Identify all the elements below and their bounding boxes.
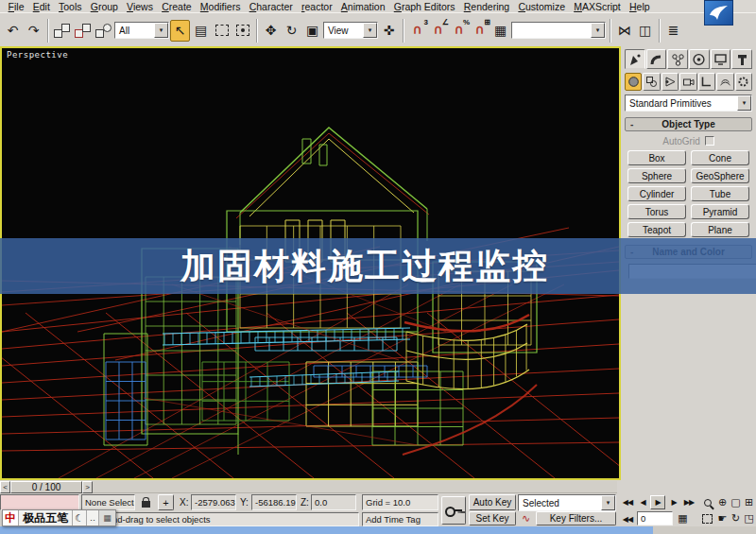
menu-maxscript[interactable]: MAXScript	[570, 1, 626, 12]
play-icon[interactable]: ▶	[650, 495, 665, 509]
menu-rendering[interactable]: Rendering	[459, 1, 514, 12]
ime-fullhalf-moon-icon[interactable]: ☾	[73, 510, 87, 525]
pyramid-button[interactable]: Pyramid	[691, 204, 749, 219]
dropdown-arrow-icon[interactable]: ▾	[737, 95, 751, 111]
selection-lock-icon[interactable]	[138, 495, 154, 509]
selection-filter-dropdown[interactable]: All ▾	[114, 22, 169, 39]
select-and-scale-icon[interactable]: ▣	[302, 20, 322, 42]
redo-icon[interactable]: ↷	[24, 20, 43, 42]
x-coordinate-field[interactable]: -2579.063	[191, 494, 236, 510]
menu-file[interactable]: File	[4, 1, 28, 12]
undo-icon[interactable]: ↶	[3, 20, 23, 42]
cameras-icon[interactable]	[679, 73, 696, 91]
time-slider-next-icon[interactable]: >	[82, 481, 93, 493]
y-coordinate-field[interactable]: -56186.19	[251, 494, 297, 510]
box-button[interactable]: Box	[627, 150, 686, 165]
rectangular-selection-region-icon[interactable]	[212, 20, 232, 42]
cone-button[interactable]: Cone	[691, 150, 749, 165]
key-filters-button[interactable]: Key Filters...	[536, 511, 616, 525]
dropdown-arrow-icon[interactable]: ▾	[154, 23, 168, 38]
edit-named-selections-icon[interactable]: ▦	[490, 20, 510, 42]
select-and-link-icon[interactable]	[52, 20, 72, 42]
menu-modifiers[interactable]: Modifiers	[196, 1, 245, 12]
window-crossing-icon[interactable]	[232, 20, 252, 42]
select-and-rotate-icon[interactable]: ↻	[282, 20, 301, 42]
bird-logo-icon[interactable]	[704, 0, 733, 26]
lights-icon[interactable]	[662, 73, 679, 91]
named-selection-dropdown[interactable]: ▾	[511, 22, 606, 39]
ime-softkeyboard-icon[interactable]: ▦	[99, 510, 115, 525]
select-by-name-icon[interactable]: ▤	[191, 20, 211, 42]
z-coordinate-field[interactable]: 0.0	[311, 494, 356, 510]
dropdown-arrow-icon[interactable]: ▾	[363, 23, 377, 38]
angle-snap-icon[interactable]: ∪∠	[428, 20, 448, 42]
create-tab-icon[interactable]	[625, 49, 645, 69]
mirror-icon[interactable]: ⋈	[614, 20, 634, 42]
maximize-viewport-icon[interactable]: ◳	[741, 511, 756, 525]
menu-create[interactable]: Create	[158, 1, 197, 12]
object-type-rollout-header[interactable]: - Object Type	[625, 117, 752, 131]
display-tab-icon[interactable]	[711, 49, 731, 69]
absolute-mode-icon[interactable]: +	[158, 494, 174, 510]
select-object-icon[interactable]: ↖	[170, 20, 190, 42]
tube-button[interactable]: Tube	[691, 186, 749, 201]
next-frame-icon[interactable]: ▶	[666, 495, 681, 509]
dropdown-arrow-icon[interactable]: ▾	[591, 23, 605, 38]
teapot-button[interactable]: Teapot	[627, 222, 686, 237]
reference-coordsys-dropdown[interactable]: View ▾	[323, 22, 378, 39]
spinner-snap-icon[interactable]: ∪⊞	[470, 20, 490, 42]
plane-button[interactable]: Plane	[691, 222, 749, 237]
autogrid-checkbox[interactable]	[705, 136, 714, 146]
time-slider-handle[interactable]: 0 / 100	[10, 481, 82, 493]
sphere-button[interactable]: Sphere	[627, 168, 686, 183]
space-warps-icon[interactable]	[716, 73, 733, 91]
time-slider-prev-icon[interactable]: <	[0, 481, 10, 493]
viewport-label[interactable]: Perspective	[7, 50, 68, 60]
ime-punctuation-icon[interactable]: ‥	[87, 510, 99, 525]
dropdown-arrow-icon[interactable]: ▾	[601, 495, 615, 510]
unlink-selection-icon[interactable]	[73, 20, 93, 42]
align-icon[interactable]: ◫	[635, 20, 655, 42]
auto-key-button[interactable]: Auto Key	[469, 494, 516, 510]
set-key-button[interactable]: Set Key	[469, 511, 516, 525]
go-to-start-small-icon[interactable]: ◀◀	[620, 512, 635, 526]
hierarchy-tab-icon[interactable]	[667, 49, 688, 69]
zoom-extents-all-icon[interactable]: ⊞	[741, 495, 756, 509]
go-to-start-icon[interactable]: ◀◀	[620, 495, 635, 509]
menu-group[interactable]: Group	[86, 1, 122, 12]
ime-name-label[interactable]: 极品五笔	[19, 510, 73, 525]
select-and-move-icon[interactable]: ✥	[261, 20, 281, 42]
key-mode-dropdown[interactable]: Selected ▾	[518, 494, 616, 511]
bind-to-space-warp-icon[interactable]	[94, 20, 113, 42]
menu-help[interactable]: Help	[625, 1, 654, 12]
add-time-tag-field[interactable]: Add Time Tag	[362, 512, 438, 526]
menu-customize[interactable]: Customize	[514, 1, 570, 12]
menu-tools[interactable]: Tools	[54, 1, 86, 12]
layer-manager-icon[interactable]: ≣	[663, 20, 683, 42]
zoom-region-icon[interactable]	[699, 511, 715, 525]
geosphere-button[interactable]: GeoSphere	[691, 168, 749, 183]
motion-tab-icon[interactable]	[689, 49, 710, 69]
previous-frame-icon[interactable]: ◀	[635, 495, 650, 509]
maxscript-mini-listener[interactable]	[0, 494, 79, 510]
menu-character[interactable]: Character	[245, 1, 297, 12]
percent-snap-icon[interactable]: ∪%	[449, 20, 469, 42]
go-to-end-icon[interactable]: ▶▶	[681, 495, 696, 509]
menu-animation[interactable]: Animation	[336, 1, 389, 12]
menu-graph-editors[interactable]: Graph Editors	[389, 1, 459, 12]
systems-icon[interactable]	[735, 73, 752, 91]
geometry-icon[interactable]	[625, 73, 642, 91]
menu-edit[interactable]: Edit	[28, 1, 54, 12]
default-in-out-tangent-icon[interactable]: ∿	[518, 511, 534, 525]
menu-reactor[interactable]: reactor	[297, 1, 336, 12]
cylinder-button[interactable]: Cylinder	[627, 186, 686, 201]
select-and-manipulate-icon[interactable]: ✜	[379, 20, 399, 42]
time-configuration-icon[interactable]: ▦	[675, 511, 691, 525]
time-slider-track[interactable]	[93, 481, 617, 493]
current-frame-input[interactable]	[637, 511, 673, 525]
snap-toggle-icon[interactable]: ∪3	[407, 20, 427, 42]
key-icon[interactable]	[441, 496, 466, 525]
ime-language-icon[interactable]: 中	[3, 510, 19, 525]
modify-tab-icon[interactable]	[646, 49, 667, 69]
menu-views[interactable]: Views	[123, 1, 158, 12]
